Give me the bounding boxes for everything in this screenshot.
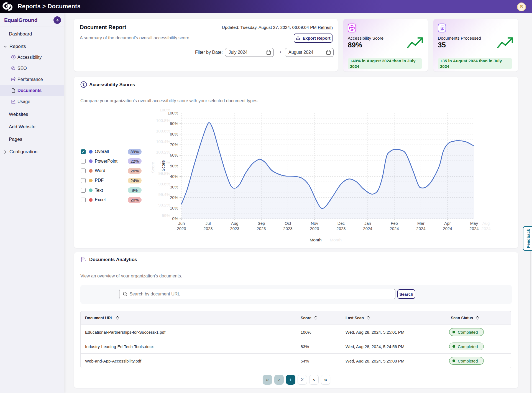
svg-text:Aug: Aug <box>482 221 490 226</box>
svg-text:100.4%: 100.4% <box>156 139 170 144</box>
svg-text:2023: 2023 <box>283 226 292 231</box>
svg-text:Month: Month <box>330 238 342 242</box>
svg-text:Apr: Apr <box>444 221 451 226</box>
svg-text:Month: Month <box>310 238 321 242</box>
svg-text:2024: 2024 <box>390 226 399 231</box>
svg-text:100%: 100% <box>160 108 170 112</box>
svg-text:80%: 80% <box>170 132 178 136</box>
svg-text:Oct: Oct <box>285 221 291 226</box>
svg-text:2024: 2024 <box>416 226 425 231</box>
svg-text:100.6%: 100.6% <box>156 129 170 133</box>
svg-text:Jan: Jan <box>364 221 371 226</box>
svg-text:90%: 90% <box>170 121 178 126</box>
svg-text:Jul: Jul <box>205 221 211 226</box>
svg-text:Nov: Nov <box>311 221 318 226</box>
svg-text:Mar: Mar <box>417 221 424 226</box>
svg-text:30%: 30% <box>170 185 178 189</box>
svg-text:2024: 2024 <box>481 226 490 231</box>
svg-text:2024: 2024 <box>469 226 479 231</box>
svg-text:2024: 2024 <box>443 226 452 231</box>
svg-text:2023: 2023 <box>257 226 266 231</box>
svg-text:2023: 2023 <box>230 226 239 231</box>
svg-text:99.2%: 99.2% <box>158 203 170 207</box>
svg-text:Feb: Feb <box>391 221 398 226</box>
svg-text:99%: 99% <box>162 213 170 218</box>
svg-text:Jun: Jun <box>178 221 185 226</box>
svg-text:Sep: Sep <box>258 221 265 226</box>
svg-text:Dec: Dec <box>337 221 345 226</box>
svg-text:50%: 50% <box>170 164 178 168</box>
svg-text:70%: 70% <box>170 142 178 147</box>
svg-text:20%: 20% <box>170 195 178 200</box>
svg-text:10%: 10% <box>170 206 178 210</box>
svg-text:99.4%: 99.4% <box>158 192 170 197</box>
svg-text:60%: 60% <box>170 153 178 157</box>
svg-text:100.2%: 100.2% <box>156 150 170 154</box>
svg-text:2023: 2023 <box>336 226 346 231</box>
svg-text:40%: 40% <box>170 174 178 179</box>
svg-text:2024: 2024 <box>363 226 372 231</box>
svg-text:2023: 2023 <box>203 226 213 231</box>
svg-text:2023: 2023 <box>177 226 186 231</box>
svg-text:99.6%: 99.6% <box>158 182 170 186</box>
svg-text:May: May <box>470 221 478 226</box>
svg-text:2023: 2023 <box>310 226 319 231</box>
svg-text:Score: Score <box>161 160 165 172</box>
svg-text:0%: 0% <box>172 216 178 221</box>
svg-text:Aug: Aug <box>231 221 239 226</box>
svg-text:100.8%: 100.8% <box>156 118 170 123</box>
